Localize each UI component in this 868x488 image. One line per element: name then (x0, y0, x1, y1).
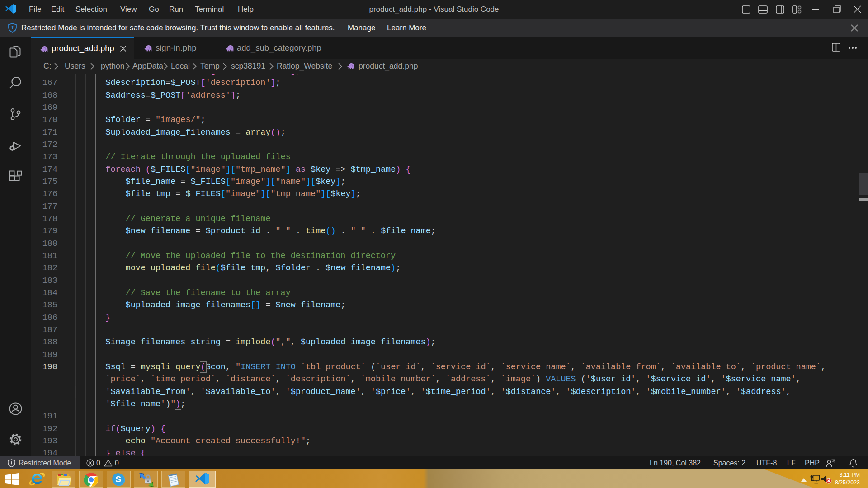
svg-text:S: S (115, 474, 121, 484)
